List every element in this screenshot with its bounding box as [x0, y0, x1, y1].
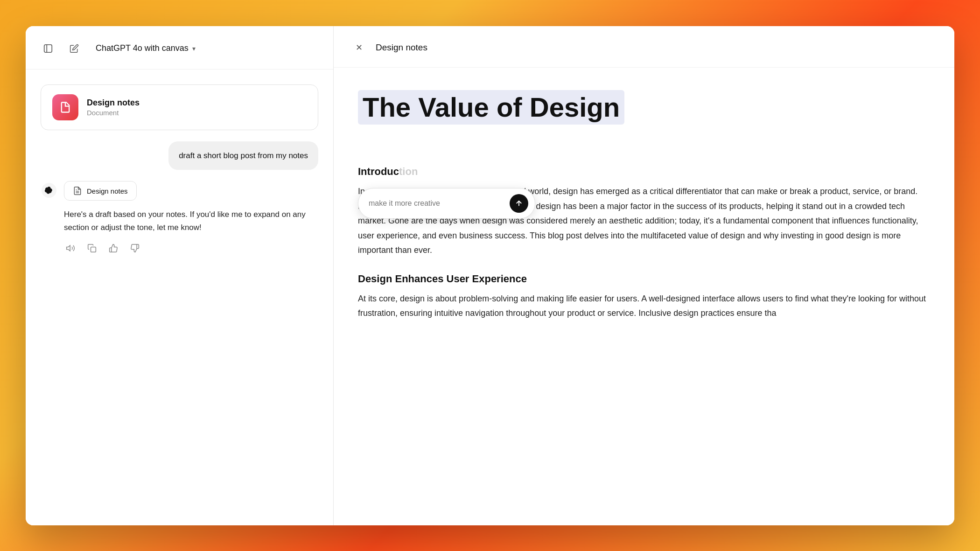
svg-rect-6 [91, 247, 96, 252]
left-panel: ChatGPT 4o with canvas ▾ Design notes Do… [26, 26, 334, 525]
inline-edit-input[interactable] [369, 199, 504, 208]
right-header: ✕ Design notes [334, 26, 954, 68]
design-notes-ref-label: Design notes [87, 187, 128, 195]
section1-title: Design Enhances User Experience [358, 273, 926, 285]
document-icon-wrapper [52, 94, 78, 120]
model-selector-label: ChatGPT 4o with canvas [96, 43, 189, 53]
inline-edit-popup [358, 188, 535, 219]
card-subtitle: Document [87, 109, 140, 117]
ai-avatar [41, 182, 57, 199]
ai-response: Design notes Here's a draft based on you… [41, 181, 318, 255]
right-content: The Value of Design Introduction In an i… [334, 68, 954, 525]
close-button[interactable]: ✕ [350, 39, 367, 56]
ai-response-text: Here's a draft based on your notes. If y… [41, 208, 318, 234]
right-panel-title: Design notes [376, 42, 427, 53]
compose-button[interactable] [65, 39, 84, 58]
model-selector-button[interactable]: ChatGPT 4o with canvas ▾ [91, 41, 200, 56]
thumbs-down-button[interactable] [128, 242, 141, 255]
app-window: ChatGPT 4o with canvas ▾ Design notes Do… [26, 26, 954, 525]
card-title: Design notes [87, 98, 140, 108]
design-notes-card[interactable]: Design notes Document [41, 84, 318, 130]
user-message-bubble: draft a short blog post from my notes [168, 141, 318, 170]
left-content: Design notes Document draft a short blog… [26, 70, 333, 525]
sidebar-toggle-button[interactable] [39, 39, 57, 58]
svg-marker-5 [67, 245, 70, 251]
left-header: ChatGPT 4o with canvas ▾ [26, 26, 333, 70]
audio-button[interactable] [64, 242, 77, 255]
blog-title: The Value of Design [358, 90, 624, 125]
right-panel: ✕ Design notes The Value of Design [334, 26, 954, 525]
document-icon [59, 101, 72, 114]
copy-button[interactable] [85, 242, 98, 255]
inline-edit-submit-button[interactable] [510, 194, 528, 213]
chevron-down-icon: ▾ [192, 45, 196, 52]
svg-rect-0 [44, 44, 52, 52]
card-text: Design notes Document [87, 98, 140, 117]
ai-action-buttons [41, 242, 318, 255]
thumbs-up-button[interactable] [107, 242, 120, 255]
design-notes-reference[interactable]: Design notes [64, 181, 137, 201]
document-ref-icon [73, 186, 82, 195]
section1-paragraph: At its core, design is about problem-sol… [358, 292, 926, 321]
intro-label: Introduction [358, 166, 926, 178]
ai-header: Design notes [41, 181, 318, 201]
